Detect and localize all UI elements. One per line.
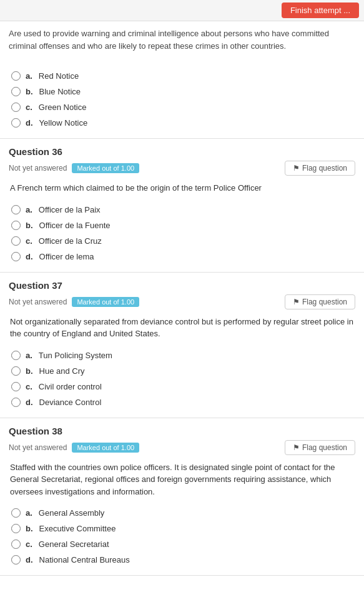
- q37-not-answered: Not yet answered: [9, 298, 67, 306]
- option-letter: b.: [26, 366, 33, 376]
- list-item: b. Executive Committee: [9, 521, 355, 536]
- q37-text: Not organizationally separated from devi…: [9, 316, 355, 340]
- option-letter: c.: [26, 236, 32, 246]
- q38-not-answered: Not yet answered: [9, 443, 67, 452]
- option-text: National Central Bureaus: [39, 555, 130, 564]
- top-bar: Finish attempt ...: [0, 0, 364, 21]
- q35-options-list: a. Red Notice b. Blue Notice c. Green No…: [9, 68, 355, 131]
- intro-text: Are used to provide warning and criminal…: [0, 21, 364, 61]
- q38-option-d[interactable]: [11, 555, 21, 564]
- q38-option-b[interactable]: [11, 524, 21, 533]
- option-letter: d.: [26, 555, 33, 564]
- q36-not-answered: Not yet answered: [9, 164, 67, 173]
- option-text: Yellow Notice: [39, 118, 88, 128]
- q36-text: A French term which claimed to be the or…: [9, 182, 355, 194]
- q37-header: Question 37: [9, 280, 355, 291]
- list-item: a. Officer de la Paix: [9, 202, 355, 218]
- option-text: General Assembly: [39, 508, 105, 518]
- flag-icon: ⚑: [293, 443, 300, 452]
- q35-option-b[interactable]: [11, 87, 21, 96]
- q37-option-b[interactable]: [11, 366, 21, 376]
- q37-option-d[interactable]: [11, 398, 21, 407]
- list-item: c. General Secretariat: [9, 536, 355, 552]
- option-letter: d.: [26, 118, 33, 128]
- list-item: b. Hue and Cry: [9, 363, 355, 379]
- option-text: Officer de la Cruz: [39, 236, 102, 246]
- q36-option-a[interactable]: [11, 205, 21, 214]
- option-text: Civil order control: [39, 382, 102, 391]
- list-item: a. General Assembly: [9, 505, 355, 521]
- list-item: d. Yellow Notice: [9, 115, 355, 131]
- q35-options-section: a. Red Notice b. Blue Notice c. Green No…: [0, 61, 364, 139]
- option-letter: b.: [26, 524, 33, 533]
- option-text: Officer de lema: [39, 252, 94, 261]
- q38-options-list: a. General Assembly b. Executive Committ…: [9, 505, 355, 568]
- q38-marked-badge: Marked out of 1.00: [72, 443, 139, 453]
- q35-option-a[interactable]: [11, 71, 21, 81]
- q36-title: Question 36: [9, 146, 62, 157]
- q37-meta: Not yet answered Marked out of 1.00 ⚑ Fl…: [9, 294, 355, 309]
- flag-icon: ⚑: [293, 164, 300, 173]
- q38-meta: Not yet answered Marked out of 1.00 ⚑ Fl…: [9, 440, 355, 455]
- q36-options-list: a. Officer de la Paix b. Officer de la F…: [9, 202, 355, 264]
- q38-flag-label: Flag question: [302, 443, 347, 452]
- list-item: c. Officer de la Cruz: [9, 233, 355, 249]
- q38-option-a[interactable]: [11, 508, 21, 518]
- list-item: d. Deviance Control: [9, 394, 355, 410]
- option-letter: a.: [26, 71, 32, 81]
- q37-marked-badge: Marked out of 1.00: [72, 297, 139, 307]
- q38-option-c[interactable]: [11, 539, 21, 549]
- q37-option-c[interactable]: [11, 382, 21, 391]
- option-text: Red Notice: [39, 71, 79, 81]
- option-text: Executive Committee: [39, 524, 116, 533]
- option-text: General Secretariat: [39, 539, 109, 549]
- list-item: b. Officer de la Fuente: [9, 218, 355, 233]
- option-text: Officer de la Fuente: [39, 221, 111, 230]
- q38-title: Question 38: [9, 426, 62, 436]
- q36-option-b[interactable]: [11, 221, 21, 230]
- q37-title: Question 37: [9, 280, 62, 291]
- option-text: Deviance Control: [39, 398, 102, 407]
- option-letter: c.: [26, 382, 32, 391]
- list-item: c. Civil order control: [9, 379, 355, 394]
- list-item: d. National Central Bureaus: [9, 552, 355, 568]
- list-item: d. Officer de lema: [9, 249, 355, 264]
- q36-flag-label: Flag question: [302, 164, 347, 173]
- q38-text: Staffed with the countries own police of…: [9, 461, 355, 498]
- q36-header: Question 36: [9, 146, 355, 157]
- question-36-section: Question 36 Not yet answered Marked out …: [0, 139, 364, 273]
- q35-option-c[interactable]: [11, 103, 21, 112]
- q38-flag-button[interactable]: ⚑ Flag question: [285, 440, 355, 455]
- q37-flag-label: Flag question: [302, 298, 347, 306]
- q35-option-d[interactable]: [11, 118, 21, 128]
- option-text: Blue Notice: [39, 87, 81, 96]
- option-letter: d.: [26, 252, 33, 261]
- q36-meta: Not yet answered Marked out of 1.00 ⚑ Fl…: [9, 161, 355, 176]
- list-item: a. Tun Policing System: [9, 348, 355, 363]
- option-text: Green Notice: [39, 103, 87, 112]
- option-text: Tun Policing System: [39, 351, 112, 360]
- q36-flag-button[interactable]: ⚑ Flag question: [285, 161, 355, 176]
- question-38-section: Question 38 Not yet answered Marked out …: [0, 418, 364, 576]
- option-letter: c.: [26, 539, 32, 549]
- option-letter: c.: [26, 103, 32, 112]
- q37-options-list: a. Tun Policing System b. Hue and Cry c.…: [9, 348, 355, 410]
- q36-option-d[interactable]: [11, 252, 21, 261]
- option-letter: b.: [26, 87, 33, 96]
- option-letter: b.: [26, 221, 33, 230]
- q37-flag-button[interactable]: ⚑ Flag question: [285, 294, 355, 309]
- option-letter: a.: [26, 205, 32, 214]
- list-item: a. Red Notice: [9, 68, 355, 84]
- list-item: b. Blue Notice: [9, 84, 355, 99]
- q37-option-a[interactable]: [11, 351, 21, 360]
- q38-header: Question 38: [9, 426, 355, 436]
- option-text: Officer de la Paix: [39, 205, 101, 214]
- flag-icon: ⚑: [293, 298, 300, 306]
- option-letter: a.: [26, 351, 32, 360]
- finish-button[interactable]: Finish attempt ...: [282, 3, 359, 18]
- question-37-section: Question 37 Not yet answered Marked out …: [0, 273, 364, 418]
- option-letter: d.: [26, 398, 33, 407]
- list-item: c. Green Notice: [9, 99, 355, 115]
- q36-option-c[interactable]: [11, 236, 21, 246]
- q36-marked-badge: Marked out of 1.00: [72, 163, 139, 173]
